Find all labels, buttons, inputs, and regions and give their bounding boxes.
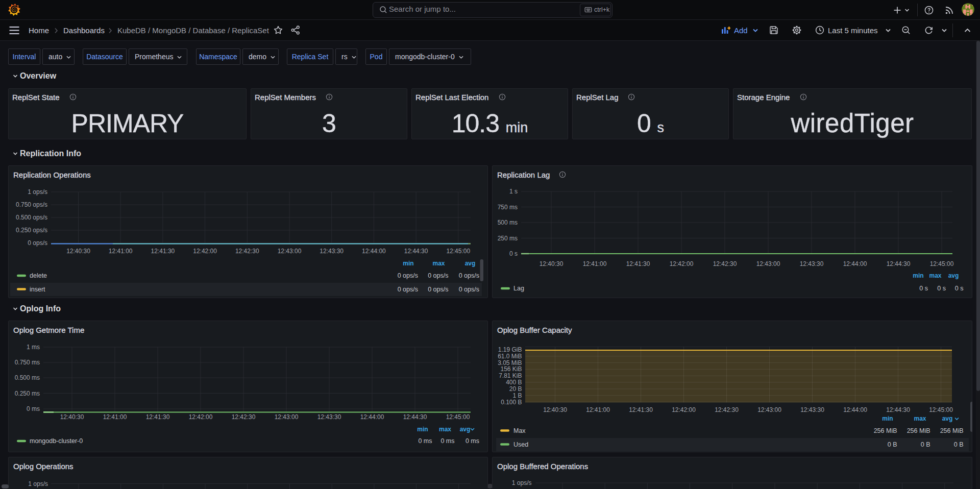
- svg-text:1 ops/s: 1 ops/s: [28, 480, 48, 487]
- svg-text:12:42:30: 12:42:30: [713, 260, 737, 267]
- svg-text:0 ms: 0 ms: [440, 437, 454, 445]
- svg-text:0.750 ops/s: 0.750 ops/s: [16, 201, 47, 208]
- svg-text:max: max: [929, 272, 941, 279]
- svg-text:min: min: [403, 260, 413, 267]
- svg-text:Replication Operations: Replication Operations: [13, 170, 91, 179]
- svg-text:250 ms: 250 ms: [498, 235, 518, 242]
- svg-text:12:43:30: 12:43:30: [317, 413, 341, 421]
- svg-text:12:42:00: 12:42:00: [189, 413, 213, 421]
- svg-text:0 ops/s: 0 ops/s: [428, 272, 448, 279]
- svg-text:0.500 ms: 0.500 ms: [15, 374, 40, 381]
- svg-text:12:43:30: 12:43:30: [320, 248, 344, 255]
- svg-text:12:40:30: 12:40:30: [540, 260, 564, 267]
- svg-text:0 s: 0 s: [919, 285, 928, 292]
- svg-text:12:42:00: 12:42:00: [672, 406, 696, 413]
- svg-text:min: min: [417, 426, 428, 433]
- svg-text:12:40:30: 12:40:30: [66, 248, 90, 255]
- svg-text:12:43:00: 12:43:00: [756, 260, 780, 267]
- svg-text:0 s: 0 s: [937, 285, 946, 292]
- svg-text:0 B: 0 B: [921, 441, 930, 448]
- svg-text:12:41:00: 12:41:00: [583, 260, 607, 267]
- svg-text:Replication Lag: Replication Lag: [497, 170, 550, 179]
- svg-text:min: min: [913, 272, 923, 279]
- svg-text:max: max: [432, 260, 445, 267]
- svg-text:12:40:30: 12:40:30: [543, 406, 567, 413]
- svg-text:0 ops/s: 0 ops/s: [398, 286, 418, 293]
- svg-text:Oplog Buffer Capacity: Oplog Buffer Capacity: [497, 326, 572, 334]
- svg-text:insert: insert: [30, 286, 45, 293]
- svg-text:12:44:00: 12:44:00: [362, 248, 386, 255]
- svg-text:0 ops/s: 0 ops/s: [28, 239, 47, 247]
- svg-text:12:44:30: 12:44:30: [403, 413, 427, 421]
- svg-text:12:42:00: 12:42:00: [193, 248, 217, 255]
- svg-text:min: min: [882, 415, 893, 422]
- svg-text:Oplog Buffered Operations: Oplog Buffered Operations: [497, 462, 588, 471]
- svg-text:0.100 B: 0.100 B: [501, 399, 522, 406]
- svg-text:400 B: 400 B: [506, 379, 522, 386]
- svg-text:256 MiB: 256 MiB: [940, 427, 964, 434]
- svg-text:0.250 ms: 0.250 ms: [15, 390, 40, 397]
- svg-text:12:43:30: 12:43:30: [800, 406, 824, 413]
- svg-text:0 s: 0 s: [509, 250, 518, 257]
- svg-text:12:44:00: 12:44:00: [843, 406, 867, 413]
- svg-text:0 ms: 0 ms: [27, 405, 40, 412]
- svg-text:12:42:00: 12:42:00: [670, 260, 694, 267]
- svg-text:mongodb-cluster-0: mongodb-cluster-0: [30, 437, 83, 445]
- svg-text:Oplog Operations: Oplog Operations: [13, 462, 74, 471]
- svg-text:12:45:00: 12:45:00: [930, 260, 954, 267]
- svg-text:0 ops/s: 0 ops/s: [428, 286, 448, 293]
- svg-text:12:41:30: 12:41:30: [629, 406, 653, 413]
- svg-text:12:43:00: 12:43:00: [278, 248, 302, 255]
- svg-text:max: max: [914, 415, 926, 422]
- svg-text:12:45:00: 12:45:00: [446, 413, 470, 421]
- svg-text:avg: avg: [465, 260, 476, 267]
- svg-text:0.250 ops/s: 0.250 ops/s: [16, 227, 47, 234]
- svg-text:12:44:00: 12:44:00: [360, 413, 384, 421]
- svg-text:Used: Used: [513, 441, 528, 448]
- svg-text:12:44:30: 12:44:30: [887, 260, 911, 267]
- svg-text:Max: Max: [513, 427, 526, 434]
- svg-text:12:41:30: 12:41:30: [146, 413, 170, 421]
- svg-text:0.500 ops/s: 0.500 ops/s: [16, 214, 47, 221]
- svg-text:0 ops/s: 0 ops/s: [459, 272, 479, 279]
- svg-text:avg: avg: [948, 272, 959, 279]
- svg-text:12:42:30: 12:42:30: [235, 248, 259, 255]
- svg-text:avg: avg: [460, 426, 471, 433]
- svg-text:0 ops/s: 0 ops/s: [459, 286, 479, 293]
- svg-text:0 B: 0 B: [888, 441, 897, 448]
- svg-text:256 MiB: 256 MiB: [907, 427, 930, 434]
- svg-text:0 ops/s: 0 ops/s: [398, 272, 418, 279]
- svg-text:12:43:00: 12:43:00: [757, 406, 781, 413]
- svg-text:12:44:00: 12:44:00: [843, 260, 867, 267]
- svg-text:Oplog Getmore Time: Oplog Getmore Time: [13, 326, 84, 334]
- svg-text:0 s: 0 s: [955, 285, 964, 292]
- svg-text:12:41:00: 12:41:00: [103, 413, 127, 421]
- svg-text:avg: avg: [942, 415, 953, 422]
- svg-text:1 ops/s: 1 ops/s: [28, 188, 47, 195]
- svg-text:0.750 ms: 0.750 ms: [15, 359, 40, 366]
- svg-text:750 ms: 750 ms: [498, 204, 518, 211]
- svg-text:12:41:00: 12:41:00: [586, 406, 610, 413]
- svg-text:256 MiB: 256 MiB: [874, 427, 897, 434]
- svg-text:0 ms: 0 ms: [418, 437, 432, 445]
- svg-text:500 ms: 500 ms: [498, 219, 518, 226]
- svg-text:12:43:00: 12:43:00: [275, 413, 299, 421]
- svg-text:1 s: 1 s: [509, 188, 518, 195]
- svg-text:12:45:00: 12:45:00: [446, 248, 470, 255]
- svg-text:1 ms: 1 ms: [27, 344, 40, 351]
- svg-text:0 ms: 0 ms: [465, 437, 479, 445]
- svg-text:12:43:30: 12:43:30: [800, 260, 824, 267]
- svg-text:12:44:30: 12:44:30: [404, 248, 428, 255]
- svg-text:12:41:00: 12:41:00: [109, 248, 133, 255]
- svg-text:12:40:30: 12:40:30: [60, 413, 84, 421]
- svg-text:Lag: Lag: [513, 285, 524, 292]
- svg-text:0 B: 0 B: [954, 441, 964, 448]
- svg-text:12:41:30: 12:41:30: [151, 248, 175, 255]
- svg-text:max: max: [439, 426, 451, 433]
- svg-text:12:42:30: 12:42:30: [715, 406, 739, 413]
- svg-text:1 ops/s: 1 ops/s: [512, 479, 532, 486]
- svg-text:12:45:00: 12:45:00: [929, 406, 953, 413]
- svg-text:12:42:30: 12:42:30: [232, 413, 256, 421]
- svg-text:12:44:30: 12:44:30: [886, 406, 910, 413]
- svg-text:delete: delete: [30, 272, 47, 279]
